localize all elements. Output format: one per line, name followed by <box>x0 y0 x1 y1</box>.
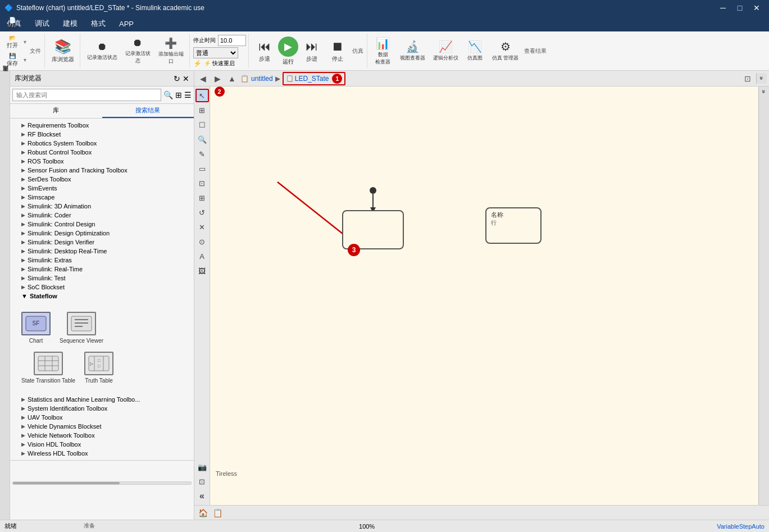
tab-search[interactable]: 搜索结果 <box>102 104 194 118</box>
record-active-button[interactable]: ⏺ 记录激活状态 <box>122 35 154 67</box>
stateflow-chart-item[interactable]: SF Chart <box>19 310 53 346</box>
breadcrumb-untitled[interactable]: untitled <box>251 75 273 83</box>
stop-button[interactable]: ⏹ 停止 <box>325 35 350 67</box>
list-item[interactable]: ▶Simulink: 3D Animation <box>10 202 194 211</box>
step-back-button[interactable]: ⏮ 步退 <box>252 35 277 67</box>
pen-tool[interactable]: ✎ <box>195 147 209 161</box>
list-item[interactable]: ▶RF Blockset <box>10 130 194 139</box>
zoom-state-tool[interactable]: ⊡ <box>195 176 209 190</box>
breadcrumb-led-state[interactable]: LED_STate <box>295 75 329 83</box>
list-item[interactable]: ▶Vision HDL Toolbox <box>10 440 194 449</box>
list-item[interactable]: ▶Vehicle Dynamics Blockset <box>10 422 194 431</box>
record-state-button[interactable]: ⏺ 记录激活状态 <box>84 35 121 67</box>
data-checker-icon: 📊 <box>376 37 390 50</box>
stop-time-input[interactable] <box>218 35 246 46</box>
list-item[interactable]: ▶Robust Control Toolbox <box>10 148 194 157</box>
list-item[interactable]: ▶Simulink: Desktop Real-Time <box>10 247 194 256</box>
list-item[interactable]: ▶Simulink: Coder <box>10 211 194 220</box>
view-query-button[interactable]: 🔬 视图查看器 <box>397 35 429 67</box>
rect-tool[interactable]: ▭ <box>195 162 209 175</box>
sim-mgr-button[interactable]: ⚙ 仿真 管理器 <box>489 35 522 67</box>
library-tab[interactable]: 库浏览器 <box>0 71 10 80</box>
list-item[interactable]: ▶Requirements Toolbox <box>10 121 194 130</box>
minimize-button[interactable]: ─ <box>715 0 731 16</box>
cross-tool[interactable]: ✕ <box>195 220 209 234</box>
canvas[interactable]: 名称 行 3 Tireless <box>210 87 758 505</box>
search-icon[interactable]: 🔍 <box>163 90 173 99</box>
maximize-button[interactable]: □ <box>732 0 748 16</box>
open-button[interactable]: 📂 打开 <box>4 34 20 51</box>
library-browser-button[interactable]: 📚 库浏览器 <box>48 35 78 67</box>
dot-tool[interactable]: ⊙ <box>195 235 209 248</box>
home-icon[interactable]: 🏠 <box>197 507 209 519</box>
layout-grid-icon[interactable]: ⊞ <box>175 90 182 99</box>
list-item[interactable]: ▶ROS Toolbox <box>10 157 194 166</box>
list-item[interactable]: ▶Wireless HDL Toolbox <box>10 449 194 458</box>
list-item[interactable]: ▶Statistics and Machine Learning Toolbo.… <box>10 395 194 404</box>
close-button[interactable]: ✕ <box>749 0 765 16</box>
nav-up-button[interactable]: ▲ <box>226 72 238 85</box>
state-2[interactable]: 名称 行 <box>485 207 542 244</box>
sim-mode-select[interactable]: 普通 <box>193 47 238 58</box>
list-item[interactable]: ▶Simulink: Real-Time <box>10 265 194 274</box>
canvas-right-expand[interactable]: » <box>756 73 767 83</box>
annotation-1: 1 <box>332 74 342 84</box>
tab-library[interactable]: 库 <box>10 104 102 118</box>
camera-tool[interactable]: 📷 <box>195 460 209 474</box>
sidebar-title: 库浏览器 <box>15 74 42 83</box>
new-button[interactable]: 📄 新建 <box>4 16 20 33</box>
layout-list-icon[interactable]: ☰ <box>184 90 192 99</box>
list-item[interactable]: ▶Robotics System Toolbox <box>10 139 194 148</box>
sidebar-refresh-icon[interactable]: ↻ <box>174 74 180 83</box>
stateflow-header[interactable]: ▼ Stateflow <box>10 292 194 301</box>
list-item[interactable]: ▶Sensor Fusion and Tracking Toolbox <box>10 166 194 175</box>
run-button[interactable]: ▶ <box>278 37 298 57</box>
list-item[interactable]: ▶Simulink: Test <box>10 274 194 283</box>
pointer-tool[interactable]: ↖ <box>195 89 209 102</box>
logic-analyzer-button[interactable]: 📈 逻辑分析仪 <box>430 35 462 67</box>
sim-chart-button[interactable]: 📉 仿真图 <box>463 35 488 67</box>
add-output-button[interactable]: ➕ 添加输出端口 <box>155 35 187 67</box>
list-item[interactable]: ▶Simulink: Design Verifier <box>10 238 194 247</box>
list-item[interactable]: ▶System Identification Toolbox <box>10 404 194 413</box>
list-item[interactable]: ▶SerDes Toolbox <box>10 175 194 184</box>
list-item[interactable]: ▶UAV Toolbox <box>10 413 194 422</box>
menu-app[interactable]: APP <box>112 16 140 31</box>
menu-format[interactable]: 格式 <box>84 16 112 31</box>
left-tools-panel: ↖ 2 ⊞ ☐ 🔍 ✎ ▭ ⊡ ⊞ ↺ ✕ ⊙ A 🖼 📷 ⊡ « <box>194 87 210 505</box>
fit-all-tool[interactable]: ⊞ <box>195 191 209 204</box>
state-1[interactable] <box>342 210 404 249</box>
list-item[interactable]: ▶SoC Blockset <box>10 283 194 292</box>
list-item[interactable]: ▶Simulink: Design Optimization <box>10 229 194 238</box>
export-tool[interactable]: ⊡ <box>195 475 209 488</box>
step-fwd-button[interactable]: ⏭ 步进 <box>299 35 324 67</box>
search-input[interactable] <box>12 89 161 101</box>
nav-fwd-button[interactable]: ▶ <box>211 72 224 85</box>
svg-text:SF: SF <box>33 320 40 326</box>
sidebar-close-icon[interactable]: ✕ <box>183 74 189 83</box>
menu-debug[interactable]: 调试 <box>28 16 56 31</box>
stateflow-seq-item[interactable]: Sequence Viewer <box>57 310 106 346</box>
image-tool[interactable]: 🖼 <box>195 264 209 278</box>
stateflow-stt-item[interactable]: State Transition Table <box>19 349 78 386</box>
collapse-panel-button[interactable]: « <box>195 489 209 503</box>
list-item[interactable]: ▶Simulink: Extras <box>10 256 194 265</box>
list-item[interactable]: ▶Vehicle Network Toolbox <box>10 431 194 440</box>
history-tool[interactable]: ↺ <box>195 206 209 219</box>
select-tool[interactable]: ☐ <box>195 118 209 131</box>
text-tool[interactable]: A <box>195 249 209 263</box>
save-button[interactable]: 💾 保存 <box>4 52 20 69</box>
menu-build[interactable]: 建模 <box>56 16 84 31</box>
stateflow-truth-item[interactable]: ▷ □ □ Truth Table <box>82 349 116 386</box>
list-item[interactable]: ▶Simulink: Control Design <box>10 220 194 229</box>
list-item[interactable]: ▶SimEvents <box>10 184 194 193</box>
stateflow-items2: State Transition Table ▷ □ □ <box>10 345 194 390</box>
right-panel-tab[interactable]: » <box>758 87 769 505</box>
nav-back-button[interactable]: ◀ <box>197 72 209 85</box>
list-item[interactable]: ▶Simscape <box>10 193 194 202</box>
canvas-props-icon[interactable]: 📋 <box>211 507 224 519</box>
canvas-expand-button[interactable]: ⊡ <box>741 72 754 85</box>
magnify-tool[interactable]: 🔍 <box>195 133 209 146</box>
data-checker-button[interactable]: 📊 数据检查器 <box>371 35 395 67</box>
zoom-fit-tool[interactable]: ⊞ <box>195 103 209 117</box>
